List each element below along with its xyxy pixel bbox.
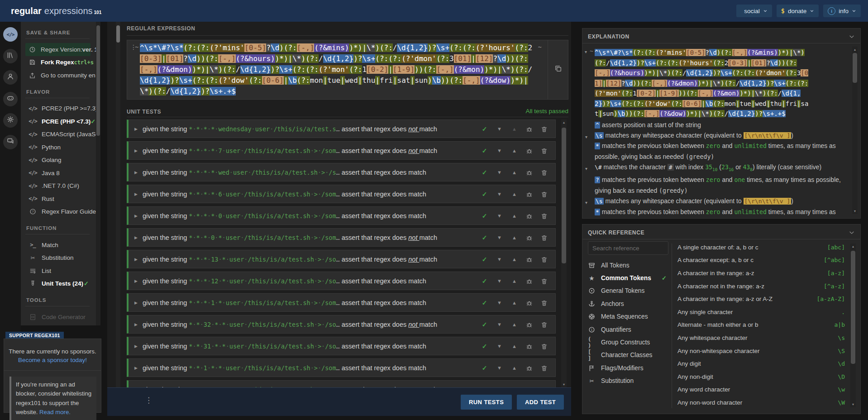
reference-row[interactable]: Any word character\w bbox=[677, 383, 845, 396]
delete-test-button[interactable] bbox=[537, 234, 552, 241]
read-more-link[interactable]: Read more. bbox=[39, 409, 71, 415]
delete-test-button[interactable] bbox=[537, 125, 552, 132]
move-test-up-button[interactable]: ▴ bbox=[507, 364, 522, 371]
copy-regex-button[interactable] bbox=[554, 65, 562, 74]
become-sponsor-link[interactable]: Become a sponsor today! bbox=[4, 357, 101, 363]
delete-test-button[interactable] bbox=[537, 212, 552, 219]
move-test-down-button[interactable]: ▾ bbox=[492, 125, 507, 132]
move-test-down-button[interactable]: ▾ bbox=[492, 147, 507, 154]
delete-test-button[interactable] bbox=[537, 364, 552, 371]
scrollbar-thumb[interactable] bbox=[851, 251, 855, 364]
debug-test-button[interactable] bbox=[522, 320, 537, 328]
sidebar-item-ecmascript-javascri[interactable]: </>ECMAScript (JavaScri… bbox=[25, 128, 96, 141]
scroll-down-arrow[interactable]: ▾ bbox=[561, 382, 567, 387]
test-row[interactable]: ▶given the string *·*·*·*·wednesday·user… bbox=[127, 119, 556, 138]
collapse-quick-reference-icon[interactable] bbox=[849, 229, 855, 236]
move-test-up-button[interactable]: ▴ bbox=[507, 277, 522, 284]
scrollbar-thumb[interactable] bbox=[562, 128, 566, 263]
move-test-down-button[interactable]: ▾ bbox=[492, 234, 507, 241]
test-list-scrollbar[interactable]: ▴▾ bbox=[561, 119, 567, 387]
sidebar-item-unit-tests-24[interactable]: Unit Tests (24)✓ bbox=[25, 277, 96, 291]
test-row[interactable]: ▶given the string *·*·*·*·6·user·/this/i… bbox=[127, 185, 556, 203]
move-test-up-button[interactable]: ▴ bbox=[507, 234, 522, 241]
debug-test-button[interactable] bbox=[522, 299, 537, 306]
scroll-down-arrow[interactable]: ▾ bbox=[852, 209, 858, 213]
tests-menu-icon[interactable]: ⋮ bbox=[145, 396, 153, 405]
scroll-up-arrow[interactable]: ▴ bbox=[852, 48, 858, 52]
run-tests-button[interactable]: RUN TESTS bbox=[461, 395, 512, 410]
reference-category-meta-sequences[interactable]: Meta Sequences bbox=[588, 310, 668, 323]
sidebar-item-pcre2-php-7-3[interactable]: </>PCRE2 (PHP >=7.3) bbox=[25, 102, 96, 115]
reference-category-character-classes[interactable]: [ ]Character Classes bbox=[588, 349, 668, 362]
delete-test-button[interactable] bbox=[537, 277, 552, 284]
debug-test-button[interactable] bbox=[522, 364, 537, 371]
reference-category-group-constructs[interactable]: ( )Group Constructs bbox=[588, 336, 668, 348]
sidebar-item-fork-regex[interactable]: Fork Regexctrl+s bbox=[25, 56, 96, 69]
collapse-entry-arrow-icon[interactable]: ▾ bbox=[585, 198, 587, 208]
rail-library-button[interactable] bbox=[3, 49, 18, 63]
expand-test-row-icon[interactable]: ▶ bbox=[134, 235, 138, 240]
move-test-up-button[interactable]: ▴ bbox=[507, 169, 522, 176]
reference-category-quantifiers[interactable]: 1Quantifiers bbox=[588, 323, 668, 336]
scroll-down-arrow[interactable]: ▾ bbox=[850, 402, 856, 406]
test-row[interactable]: ▶given the string *·*·*·*·0·user·/this/i… bbox=[127, 206, 556, 225]
regex-editor[interactable]: ⋮ ~ ^\s*\#?\s*(?:(?:(?'mins'[0-5]?\d)(?:… bbox=[127, 40, 568, 100]
reference-row[interactable]: Alternate - match either a or ba|b bbox=[677, 319, 845, 332]
rail-regex-editor-button[interactable]: </> bbox=[3, 27, 18, 42]
test-row[interactable]: ▶given the string *·*·*·12·*·user·/this/… bbox=[127, 272, 556, 290]
test-row[interactable]: ▶given the string *·*·*·13·*·user·/this/… bbox=[127, 250, 556, 268]
move-test-down-button[interactable]: ▾ bbox=[492, 212, 507, 219]
info-button[interactable]: iinfo bbox=[823, 5, 861, 17]
expand-test-row-icon[interactable]: ▶ bbox=[134, 366, 138, 370]
delete-test-button[interactable] bbox=[537, 147, 552, 154]
search-reference-input[interactable] bbox=[588, 241, 668, 255]
sidebar-item-java-8[interactable]: </>Java 8 bbox=[25, 167, 96, 180]
reference-category-anchors[interactable]: Anchors bbox=[588, 297, 668, 310]
rail-feedback-button[interactable] bbox=[3, 135, 18, 149]
reference-category-flags-modifiers[interactable]: Flags/Modifiers bbox=[588, 362, 668, 374]
reference-row[interactable]: A character not in the range: a-z[^a-z] bbox=[677, 280, 845, 293]
sidebar-item-net-7-0-c[interactable]: </>.NET 7.0 (C#) bbox=[25, 180, 96, 193]
debug-test-button[interactable] bbox=[522, 277, 537, 284]
expand-test-row-icon[interactable]: ▶ bbox=[134, 344, 138, 348]
debug-test-button[interactable] bbox=[522, 212, 537, 219]
reference-category-substitution[interactable]: ✂Substitution bbox=[588, 375, 668, 387]
debug-test-button[interactable] bbox=[522, 190, 537, 197]
debug-test-button[interactable] bbox=[522, 147, 537, 154]
test-row[interactable]: ▶given the string *·*·*·*·wed·user·/this… bbox=[127, 163, 556, 181]
sidebar-item-code-generator[interactable]: Code Generator bbox=[25, 310, 96, 324]
reference-row[interactable]: Any single character. bbox=[677, 305, 845, 319]
expand-test-row-icon[interactable]: ▶ bbox=[134, 148, 138, 153]
test-row[interactable]: ▶given the string *·*·1·*·*·user·/this/i… bbox=[127, 358, 556, 377]
expand-test-row-icon[interactable]: ▶ bbox=[134, 279, 138, 283]
move-test-down-button[interactable]: ▾ bbox=[492, 343, 507, 349]
test-row[interactable]: ▶given the string *·24·*·*·*·user·/this/… bbox=[127, 380, 556, 387]
sidebar-scrollbar[interactable] bbox=[96, 22, 100, 325]
move-test-down-button[interactable]: ▾ bbox=[492, 364, 507, 371]
sidebar-item-python[interactable]: </>Python bbox=[25, 141, 96, 154]
reference-category-common-tokens[interactable]: ★Common Tokens✓ bbox=[588, 272, 668, 284]
move-test-down-button[interactable]: ▾ bbox=[492, 169, 507, 176]
move-test-up-button[interactable]: ▴ bbox=[507, 147, 522, 154]
delete-test-button[interactable] bbox=[537, 299, 552, 306]
expand-test-row-icon[interactable]: ▶ bbox=[134, 127, 138, 131]
sidebar-item-match[interactable]: >_Match bbox=[25, 239, 96, 252]
rail-discord-button[interactable] bbox=[3, 92, 18, 106]
debug-test-button[interactable] bbox=[522, 168, 537, 176]
regex-input[interactable]: ^\s*\#?\s*(?:(?:(?'mins'[0-5]?\d)(?:[-,]… bbox=[140, 43, 534, 97]
delete-test-button[interactable] bbox=[537, 342, 552, 349]
reference-category-all-tokens[interactable]: All Tokens bbox=[588, 259, 668, 272]
sidebar-item-list[interactable]: List bbox=[25, 264, 96, 277]
reference-row[interactable]: Any whitespace character\s bbox=[677, 331, 845, 344]
sidebar-item-go-to-community-en[interactable]: Go to community en… bbox=[25, 69, 96, 82]
test-row[interactable]: ▶given the string *·*·*·*·7·user·/this/i… bbox=[127, 141, 556, 160]
explanation-entry[interactable]: ^ asserts position at start of the strin… bbox=[595, 120, 849, 130]
scroll-up-arrow[interactable]: ▴ bbox=[850, 244, 856, 248]
scroll-up-arrow[interactable]: ▴ bbox=[561, 120, 567, 124]
expand-test-row-icon[interactable]: ▶ bbox=[134, 170, 138, 175]
main-pane-scrollbar[interactable] bbox=[116, 22, 120, 415]
add-test-button[interactable]: ADD TEST bbox=[517, 395, 564, 410]
test-row[interactable]: ▶given the string *·*·31·*·*·user·/this/… bbox=[127, 337, 556, 355]
reference-row[interactable]: A character in the range: a-z[a-z] bbox=[677, 267, 845, 280]
collapse-entry-arrow-icon[interactable]: ▾ bbox=[585, 164, 587, 174]
